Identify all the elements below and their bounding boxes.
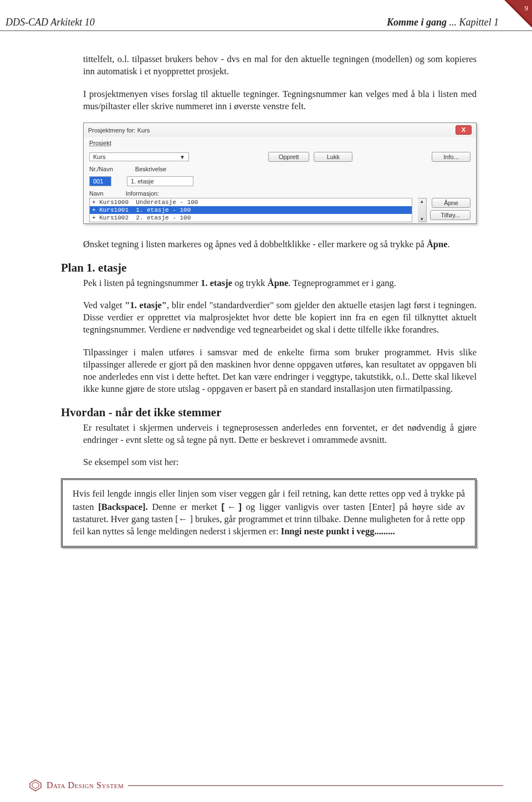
page-header: DDS-CAD Arkitekt 10 Komme i gang ... Kap… xyxy=(0,17,532,31)
scroll-up-icon[interactable]: ▴ xyxy=(421,198,423,204)
close-icon[interactable]: X xyxy=(456,125,472,135)
header-product: DDS-CAD Arkitekt 10 xyxy=(6,17,95,28)
body-paragraph: Ønsket tegning i listen markeres og åpne… xyxy=(61,238,477,251)
example-box: Hvis feil lengde inngis eller linjen som… xyxy=(61,478,477,547)
close-button[interactable]: Lukk xyxy=(314,152,352,162)
page-footer: Data Design System xyxy=(0,779,532,792)
body-paragraph: Ved valget "1. etasje", blir endel "stan… xyxy=(61,299,477,336)
body-paragraph: Pek i listen på tegningsnummer 1. etasje… xyxy=(61,277,477,289)
body-paragraph: Er resultatet i skjermen underveis i teg… xyxy=(61,422,477,447)
body-paragraph: tittelfelt, o.l. tilpasset brukers behov… xyxy=(61,53,477,78)
heading-hvordan: Hvordan - når det ikke stemmer xyxy=(61,406,477,420)
heading-plan: Plan 1. etasje xyxy=(61,261,477,275)
description-input[interactable]: 1. etasje xyxy=(127,176,193,186)
scroll-down-icon[interactable]: ▾ xyxy=(421,216,423,222)
body-paragraph: I prosjektmenyen vises forslag til aktue… xyxy=(61,88,477,113)
name-label: Navn xyxy=(89,190,104,197)
svg-marker-3 xyxy=(32,782,39,789)
info-button[interactable]: Info... xyxy=(432,152,470,162)
column-header-desc: Beskrivelse xyxy=(135,166,166,172)
column-header-nr: Nr./Navn xyxy=(89,166,113,172)
list-item[interactable]: + Kurs1000 Underetasje - 100 xyxy=(90,198,412,206)
project-dropdown[interactable]: Kurs ▼ xyxy=(89,152,189,161)
scrollbar[interactable]: ▴ ▾ xyxy=(418,198,427,222)
body-paragraph: Tilpassinger i malen utføres i samsvar m… xyxy=(61,346,477,396)
info-label: Informasjon: xyxy=(126,190,160,197)
brand-logo-icon xyxy=(29,779,42,792)
dialog-screenshot: Prosjektmeny for: Kurs X Prosjekt Kurs ▼… xyxy=(83,122,477,224)
nr-input[interactable]: 001 xyxy=(89,176,111,186)
create-button[interactable]: Opprett xyxy=(268,152,310,162)
dialog-title: Prosjektmeny for: Kurs xyxy=(88,127,150,134)
list-item[interactable]: + Kurs1002 2. etasje - 100 xyxy=(90,214,412,222)
open-button[interactable]: Åpne xyxy=(432,198,470,208)
brand-name: Data Design System xyxy=(47,780,124,790)
list-item[interactable]: + Kurs1001 1. etasje - 100 xyxy=(90,206,412,214)
body-paragraph: Se eksempel som vist her: xyxy=(61,456,477,468)
page-number: 9 xyxy=(525,4,529,13)
add-button[interactable]: Tilføy... xyxy=(430,210,470,220)
chevron-down-icon: ▼ xyxy=(180,154,185,160)
svg-marker-2 xyxy=(30,780,41,791)
footer-rule xyxy=(128,785,503,786)
drawing-list[interactable]: + Kurs1000 Underetasje - 100 + Kurs1001 … xyxy=(89,198,412,222)
project-label: Prosjekt xyxy=(89,140,128,146)
header-chapter: Komme i gang ... Kapittel 1 xyxy=(387,17,499,28)
